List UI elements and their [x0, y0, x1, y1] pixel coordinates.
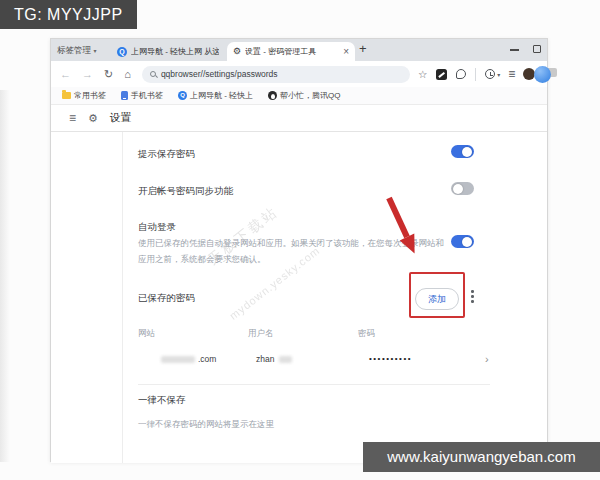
- toggle-label-save-prompt: 提示保存密码: [138, 148, 195, 161]
- site-watermark-label: www.kaiyunwangyeban.com: [363, 442, 600, 472]
- bookmarks-bar: 常用书签 手机书签 Q 上网导航 - 轻快上 帮小忙，腾讯QQ: [51, 87, 547, 105]
- column-header-password: 密码: [358, 328, 375, 340]
- kebab-menu-icon[interactable]: [471, 290, 474, 305]
- download-icon[interactable]: [456, 69, 466, 79]
- saved-passwords-title: 已保存的密码: [138, 292, 195, 305]
- never-save-hint: 一律不保存密码的网站将显示在这里: [138, 419, 274, 431]
- search-icon: [150, 71, 156, 77]
- bookmark-mobile[interactable]: 手机书签: [121, 90, 163, 101]
- reload-icon[interactable]: ↻: [104, 69, 113, 80]
- blurred-user-text: [279, 356, 292, 363]
- qqbrowser-logo-icon: Q: [117, 47, 127, 57]
- gear-icon: ⚙: [88, 113, 98, 124]
- bookmark-common[interactable]: 常用书签: [62, 90, 106, 101]
- minimize-button[interactable]: [510, 49, 519, 51]
- assistant-orb-icon[interactable]: [534, 66, 551, 83]
- toggle-label-sync: 开启帐号密码同步功能: [138, 185, 233, 198]
- toggle-sync[interactable]: [451, 182, 474, 195]
- url-text: qqbrowser//settings/passwords: [161, 69, 278, 79]
- toggle-knob: [462, 147, 472, 157]
- tab-label: 设置 - 密码管理工具: [245, 46, 339, 57]
- gear-icon: ⚙: [233, 47, 241, 56]
- website-cell: .com: [198, 354, 216, 364]
- bookmark-label: 上网导航 - 轻快上: [190, 90, 253, 101]
- history-clock-icon[interactable]: [485, 69, 495, 79]
- bookmark-label: 常用书签: [74, 90, 106, 101]
- home-icon[interactable]: ⌂: [124, 69, 131, 80]
- page-title: 设置: [110, 111, 131, 125]
- forward-icon[interactable]: →: [82, 69, 93, 80]
- password-cell: ••••••••••: [369, 354, 412, 363]
- tab-manage-button[interactable]: 标签管理 ▾: [57, 39, 96, 61]
- bookmark-nav[interactable]: Q 上网导航 - 轻快上: [178, 90, 253, 101]
- penguin-icon: [268, 91, 277, 100]
- settings-header: ≡ ⚙ 设置: [51, 105, 547, 132]
- tg-watermark-label: TG: MYYJJPP: [0, 0, 137, 29]
- bookmark-star-icon[interactable]: ☆: [418, 68, 427, 80]
- toggle-label-autologin: 自动登录: [138, 221, 176, 234]
- close-icon[interactable]: ×: [343, 47, 349, 57]
- tab-strip: 标签管理 ▾ Q 上网导航 - 轻快上网 从这里开始 ⚙ 设置 - 密码管理工具…: [51, 39, 547, 61]
- browser-window: 标签管理 ▾ Q 上网导航 - 轻快上网 从这里开始 ⚙ 设置 - 密码管理工具…: [50, 38, 548, 462]
- tab-settings[interactable]: ⚙ 设置 - 密码管理工具 ×: [227, 42, 355, 61]
- settings-menu-icon[interactable]: ≡: [69, 112, 76, 124]
- never-save-title: 一律不保存: [138, 394, 186, 407]
- column-header-website: 网站: [138, 328, 155, 340]
- blurred-site-text: [161, 356, 195, 363]
- table-row[interactable]: .com zhan •••••••••• ›: [51, 353, 547, 367]
- tab-label: 上网导航 - 轻快上网 从这里开始: [131, 46, 219, 57]
- browser-menu-icon[interactable]: ≡: [508, 68, 515, 80]
- address-bar[interactable]: qqbrowser//settings/passwords: [142, 66, 410, 83]
- username-cell: zhan: [256, 354, 274, 364]
- qqbrowser-logo-icon: Q: [178, 91, 187, 100]
- annotation-arrow: [382, 193, 430, 267]
- chevron-down-icon[interactable]: ▾: [497, 71, 500, 78]
- highlight-red-box: [409, 272, 465, 318]
- back-icon[interactable]: ←: [60, 69, 71, 80]
- bookmark-qq[interactable]: 帮小忙，腾讯QQ: [268, 90, 340, 101]
- chevron-down-icon: ▾: [93, 48, 96, 54]
- toggle-save-prompt[interactable]: [451, 145, 474, 158]
- bookmark-label: 帮小忙，腾讯QQ: [280, 90, 340, 101]
- toggle-autologin[interactable]: [451, 235, 474, 248]
- photo-edge-shadow: [0, 90, 10, 462]
- content-divider: [122, 132, 123, 463]
- translate-extension-icon[interactable]: [436, 69, 447, 80]
- row-divider: [138, 384, 490, 385]
- toggle-knob: [462, 237, 472, 247]
- new-tab-button[interactable]: +: [359, 41, 367, 56]
- bookmark-label: 手机书签: [131, 90, 163, 101]
- chevron-right-icon[interactable]: ›: [485, 354, 489, 365]
- tab-manage-label: 标签管理: [57, 45, 91, 55]
- maximize-button[interactable]: [533, 45, 541, 53]
- toggle-knob: [453, 184, 463, 194]
- phone-icon: [121, 91, 128, 100]
- toolbar-divider: [475, 68, 476, 81]
- browser-toolbar: ← → ↻ ⌂ qqbrowser//settings/passwords ☆ …: [51, 61, 547, 87]
- tab-home[interactable]: Q 上网导航 - 轻快上网 从这里开始: [111, 42, 225, 61]
- folder-icon: [62, 92, 71, 99]
- settings-content: 天极下载站 mydown.yesky.com 提示保存密码 开启帐号密码同步功能…: [51, 132, 547, 463]
- column-header-username: 用户名: [248, 328, 274, 340]
